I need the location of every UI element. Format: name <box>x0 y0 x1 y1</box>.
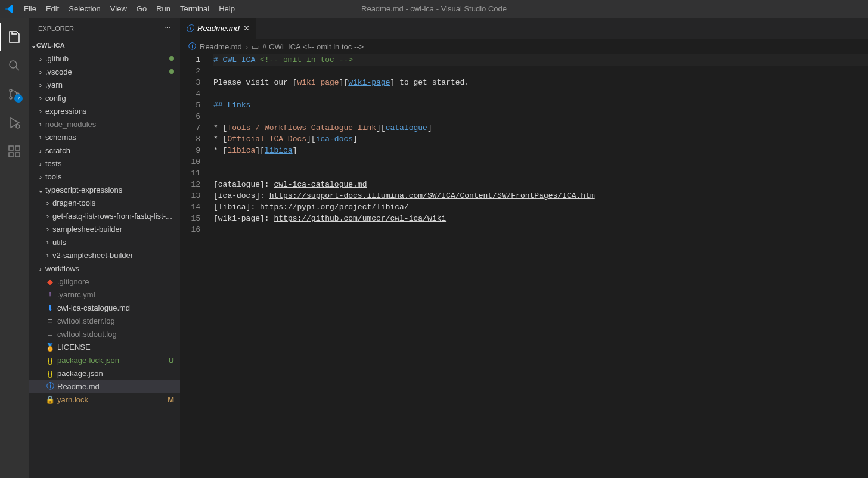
chevron-right-icon: › <box>43 212 52 221</box>
code-content[interactable]: # CWL ICA <!-- omit in toc --> Please vi… <box>209 54 868 478</box>
editor-body[interactable]: 12345678910111213141516 # CWL ICA <!-- o… <box>180 54 868 478</box>
tree-item-label: v2-samplesheet-builder <box>52 251 174 260</box>
sidebar-more-icon[interactable]: ⋯ <box>164 24 170 32</box>
file--yarnrc-yml[interactable]: !.yarnrc.yml <box>29 288 180 301</box>
tree-item-label: utils <box>52 238 174 247</box>
menu-file[interactable]: File <box>19 0 41 18</box>
folder--github[interactable]: ›.github <box>29 52 180 65</box>
breadcrumb-file: Readme.md <box>200 42 242 51</box>
line-number: 4 <box>180 88 200 100</box>
menu-go[interactable]: Go <box>132 0 151 18</box>
menu-selection[interactable]: Selection <box>64 0 105 18</box>
folder-get-fastq-list-rows-from-fastq-list-[interactable]: ›get-fastq-list-rows-from-fastq-list-... <box>29 209 180 222</box>
file-package-json[interactable]: {}package.json <box>29 367 180 380</box>
line-number: 6 <box>180 111 200 122</box>
line-number: 16 <box>180 224 200 235</box>
folder-dragen-tools[interactable]: ›dragen-tools <box>29 196 180 209</box>
tree-item-label: cwltool.stdout.log <box>57 330 174 339</box>
tree-item-label: config <box>45 94 174 103</box>
line-number: 7 <box>180 122 200 134</box>
tree-item-label: dragen-tools <box>52 198 174 207</box>
folder-typescript-expressions[interactable]: ⌄typescript-expressions <box>29 183 180 196</box>
line-number: 3 <box>180 77 200 88</box>
code-line: [ica-docs]: https://support-docs.illumin… <box>213 190 868 201</box>
close-icon[interactable]: ✕ <box>243 24 250 33</box>
tab-readme[interactable]: ⓘ Readme.md ✕ <box>180 18 256 39</box>
activity-scm-icon[interactable]: 7 <box>0 80 29 108</box>
folder-samplesheet-builder[interactable]: ›samplesheet-builder <box>29 222 180 235</box>
breadcrumb[interactable]: ⓘ Readme.md › ▭ # CWL ICA <!-- omit in t… <box>180 39 868 54</box>
code-line <box>213 111 868 122</box>
git-icon: ◆ <box>45 277 55 286</box>
breadcrumb-symbol: # CWL ICA <!-- omit in toc --> <box>262 42 364 51</box>
folder-schemas[interactable]: ›schemas <box>29 131 180 144</box>
chevron-right-icon: › <box>36 94 45 103</box>
code-line: ## Links <box>213 100 868 111</box>
tree-item-label: node_modules <box>45 120 174 129</box>
project-root[interactable]: ⌄ CWL-ICA <box>29 39 180 52</box>
log-icon: ≡ <box>45 316 55 325</box>
lic-icon: 🏅 <box>45 342 55 352</box>
file--gitignore[interactable]: ◆.gitignore <box>29 275 180 288</box>
file-readme-md[interactable]: ⓘReadme.md <box>29 380 180 393</box>
svg-rect-5 <box>9 146 13 150</box>
chevron-right-icon: › <box>36 172 45 181</box>
chevron-right-icon: › <box>36 146 45 155</box>
line-number: 8 <box>180 134 200 145</box>
folder--vscode[interactable]: ›.vscode <box>29 65 180 78</box>
json-icon: {} <box>45 355 55 365</box>
file-cwltool-stdout-log[interactable]: ≡cwltool.stdout.log <box>29 327 180 340</box>
tree-item-label: typescript-expressions <box>45 185 174 194</box>
menu-terminal[interactable]: Terminal <box>175 0 214 18</box>
folder-node-modules[interactable]: ›node_modules <box>29 117 180 131</box>
tree-item-label: schemas <box>45 133 174 142</box>
md-icon: ⬇ <box>45 303 55 312</box>
file-package-lock-json[interactable]: {}package-lock.jsonU <box>29 353 180 367</box>
activity-extensions-icon[interactable] <box>0 137 29 166</box>
code-line: * [Tools / Workflows Catalogue link][cat… <box>213 122 868 134</box>
folder-workflows[interactable]: ›workflows <box>29 262 180 275</box>
modified-dot-icon <box>169 69 174 74</box>
folder-v2-samplesheet-builder[interactable]: ›v2-samplesheet-builder <box>29 249 180 262</box>
menu-edit[interactable]: Edit <box>41 0 64 18</box>
folder-scratch[interactable]: ›scratch <box>29 144 180 157</box>
menu-run[interactable]: Run <box>151 0 175 18</box>
folder-utils[interactable]: ›utils <box>29 235 180 249</box>
activity-debug-icon[interactable] <box>0 108 29 137</box>
vscode-logo-icon <box>5 4 14 14</box>
svg-point-2 <box>10 97 12 99</box>
file-cwltool-stderr-log[interactable]: ≡cwltool.stderr.log <box>29 314 180 327</box>
folder-tools[interactable]: ›tools <box>29 170 180 183</box>
menu-help[interactable]: Help <box>214 0 240 18</box>
file-license[interactable]: 🏅LICENSE <box>29 340 180 353</box>
tree-item-label: tests <box>45 159 174 168</box>
file-cwl-ica-catalogue-md[interactable]: ⬇cwl-ica-catalogue.md <box>29 301 180 314</box>
code-line: [wiki-page]: https://github.com/umccr/cw… <box>213 213 868 224</box>
git-status: U <box>169 356 174 365</box>
svg-rect-8 <box>16 146 20 150</box>
code-line <box>213 167 868 179</box>
tree-item-label: get-fastq-list-rows-from-fastq-list-... <box>52 212 174 221</box>
line-number: 1 <box>180 54 200 66</box>
menu-view[interactable]: View <box>106 0 132 18</box>
chevron-right-icon: › <box>36 107 45 116</box>
folder-config[interactable]: ›config <box>29 91 180 104</box>
lock-icon: 🔒 <box>45 395 55 404</box>
tree-item-label: cwl-ica-catalogue.md <box>57 303 174 312</box>
tree-item-label: .vscode <box>45 67 169 76</box>
editor-tabs: ⓘ Readme.md ✕ <box>180 18 868 39</box>
chevron-right-icon: › <box>43 238 52 247</box>
tree-item-label: workflows <box>45 264 174 273</box>
tree-item-label: expressions <box>45 107 174 116</box>
folder-tests[interactable]: ›tests <box>29 157 180 170</box>
tree-item-label: LICENSE <box>57 343 174 352</box>
activity-explorer-icon[interactable] <box>0 23 29 51</box>
svg-point-0 <box>10 61 17 68</box>
chevron-right-icon: › <box>36 80 45 89</box>
file-tree: ›.github›.vscode›.yarn›config›expression… <box>29 52 180 478</box>
activity-search-icon[interactable] <box>0 51 29 80</box>
folder--yarn[interactable]: ›.yarn <box>29 78 180 91</box>
folder-expressions[interactable]: ›expressions <box>29 104 180 117</box>
file-yarn-lock[interactable]: 🔒yarn.lockM <box>29 393 180 406</box>
chevron-down-icon: ⌄ <box>36 185 45 194</box>
